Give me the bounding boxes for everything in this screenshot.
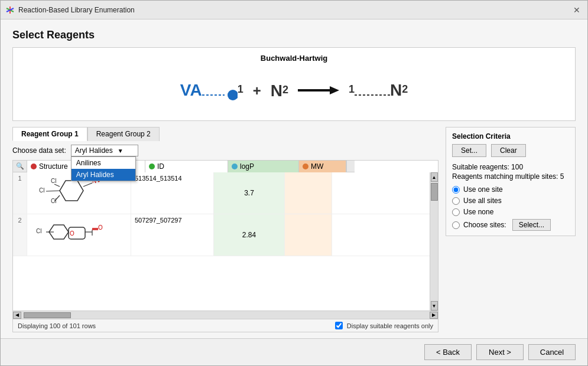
- display-suitable-row: Display suitable reagents only: [335, 322, 433, 329]
- logp-col-dot: [232, 164, 238, 169]
- svg-line-10: [54, 184, 60, 187]
- th-id: ID: [145, 161, 228, 172]
- reaction-name: Buchwald-Hartwig: [261, 54, 327, 63]
- plus-sign: +: [253, 83, 261, 99]
- product-superscript1: 1: [349, 83, 355, 96]
- row1-mw: [285, 172, 332, 214]
- matching-sites-text: Reagents matching multiple sites: 5: [452, 172, 569, 181]
- row2-logp: 2.84: [214, 214, 285, 256]
- svg-text:Cl: Cl: [39, 187, 44, 194]
- dropdown-item-aryl-halides[interactable]: Aryl Halides: [72, 169, 135, 181]
- title-bar-left: Reaction-Based Library Enumeration: [5, 5, 135, 15]
- dataset-dropdown-button[interactable]: Aryl Halides ▼: [71, 145, 138, 156]
- row2-mw: [285, 214, 332, 256]
- svg-text:Cl: Cl: [51, 178, 56, 184]
- set-button[interactable]: Set...: [452, 144, 486, 157]
- th-mw: MW: [299, 161, 346, 172]
- table-footer: Displaying 100 of 101 rows Display suita…: [13, 319, 438, 332]
- choose-dataset-row: Choose data set: Aryl Halides ▼ Anilines…: [12, 145, 438, 156]
- search-icon: 🔍: [16, 162, 24, 170]
- table-row: 2 Cl: [13, 214, 430, 256]
- radio-use-all-sites[interactable]: Use all sites: [452, 197, 569, 205]
- reactant1-group: VA 1: [180, 81, 243, 101]
- radio-use-none-input[interactable]: [452, 208, 460, 216]
- scroll-right-btn[interactable]: ▶: [430, 312, 438, 319]
- row1-id: 513514_513514: [131, 172, 214, 214]
- svg-line-15: [83, 183, 92, 187]
- radio-use-none-label: Use none: [463, 208, 493, 216]
- clear-button[interactable]: Clear: [491, 144, 526, 157]
- h-scroll-track: [21, 312, 430, 319]
- th-logp-label: logP: [240, 162, 254, 171]
- radio-use-one-site[interactable]: Use one site: [452, 185, 569, 194]
- next-button[interactable]: Next >: [476, 344, 524, 360]
- row2-num: 2: [13, 214, 27, 256]
- reaction-arrow: [298, 81, 339, 101]
- svg-marker-8: [60, 181, 83, 201]
- reactant2-superscript: 2: [282, 84, 288, 96]
- th-structure-label: Structure: [39, 162, 68, 171]
- th-mw-label: MW: [311, 162, 323, 171]
- radio-choose-sites-input[interactable]: [452, 221, 460, 229]
- back-button[interactable]: < Back: [424, 344, 472, 360]
- select-button[interactable]: Select...: [512, 219, 551, 231]
- svg-line-12: [46, 191, 60, 191]
- choose-dataset-label: Choose data set:: [12, 146, 66, 155]
- scroll-left-btn[interactable]: ◀: [13, 312, 21, 319]
- vertical-scrollbar[interactable]: ▲ ▼: [430, 172, 438, 311]
- th-logp: logP: [228, 161, 299, 172]
- table-body-wrapper: 1 Cl: [13, 172, 438, 311]
- criteria-buttons: Set... Clear: [452, 144, 569, 157]
- svg-text:Cl: Cl: [36, 228, 41, 234]
- th-id-label: ID: [157, 162, 164, 171]
- row1-logp: 3.7: [214, 172, 285, 214]
- scroll-thumb[interactable]: [431, 183, 438, 201]
- suitable-reagents-text: Suitable reagents: 100: [452, 163, 569, 171]
- radio-use-one-site-label: Use one site: [463, 185, 503, 194]
- dropdown-arrow-icon: ▼: [118, 148, 124, 154]
- main-lower-area: Reagent Group 1 Reagent Group 2 Choose d…: [12, 127, 576, 332]
- radio-use-none[interactable]: Use none: [452, 208, 569, 216]
- svg-text:O: O: [98, 224, 103, 231]
- row2-id: 507297_507297: [131, 214, 214, 256]
- main-content: Select Reagents Buchwald-Hartwig VA 1 +: [1, 19, 587, 338]
- radio-use-all-sites-input[interactable]: [452, 197, 460, 205]
- reagents-table: 🔍 Structure ID logP: [12, 160, 438, 332]
- h-scroll-thumb[interactable]: [24, 312, 71, 318]
- mw-col-dot: [303, 164, 308, 169]
- radio-choose-sites[interactable]: Choose sites: Select...: [452, 219, 569, 231]
- right-panel: Selection Criteria Set... Clear Suitable…: [446, 127, 576, 332]
- tab-reagent-group-2[interactable]: Reagent Group 2: [87, 127, 160, 141]
- radio-choose-sites-label: Choose sites:: [463, 221, 506, 229]
- criteria-title: Selection Criteria: [452, 132, 569, 140]
- selection-criteria-box: Selection Criteria Set... Clear Suitable…: [446, 127, 576, 236]
- app-icon: [5, 5, 15, 15]
- title-bar: Reaction-Based Library Enumeration ✕: [1, 1, 587, 19]
- reactant1-superscript: 1: [238, 83, 243, 96]
- dropdown-item-anilines[interactable]: Anilines: [72, 157, 135, 169]
- radio-use-one-site-input[interactable]: [452, 186, 460, 194]
- row1-num: 1: [13, 172, 27, 214]
- main-window: Reaction-Based Library Enumeration ✕ Sel…: [0, 0, 588, 366]
- scroll-up-btn[interactable]: ▲: [431, 172, 438, 182]
- reaction-diagram-box: Buchwald-Hartwig VA 1 + N 2: [12, 47, 576, 121]
- dataset-dropdown-container: Aryl Halides ▼ Anilines Aryl Halides: [71, 145, 138, 156]
- cancel-button[interactable]: Cancel: [528, 344, 576, 360]
- arrow-svg: [298, 81, 339, 99]
- dataset-selected-value: Aryl Halides: [75, 146, 113, 155]
- product-dashed-line: [355, 89, 390, 101]
- reaction-diagram: VA 1 + N 2: [180, 67, 408, 115]
- horizontal-scrollbar[interactable]: ◀ ▶: [13, 311, 438, 319]
- left-panel: Reagent Group 1 Reagent Group 2 Choose d…: [12, 127, 438, 332]
- molecule2-svg: Cl O: [33, 217, 125, 253]
- page-title: Select Reagents: [12, 29, 576, 41]
- scroll-down-btn[interactable]: ▼: [431, 301, 438, 311]
- radio-use-all-sites-label: Use all sites: [463, 197, 502, 205]
- svg-text:Cl: Cl: [51, 198, 56, 204]
- close-button[interactable]: ✕: [571, 4, 583, 16]
- reactant1-label: VA: [180, 81, 202, 100]
- dataset-dropdown-menu: Anilines Aryl Halides: [71, 156, 136, 181]
- display-suitable-checkbox[interactable]: [335, 322, 343, 329]
- svg-marker-6: [330, 86, 339, 94]
- tab-reagent-group-1[interactable]: Reagent Group 1: [12, 127, 87, 141]
